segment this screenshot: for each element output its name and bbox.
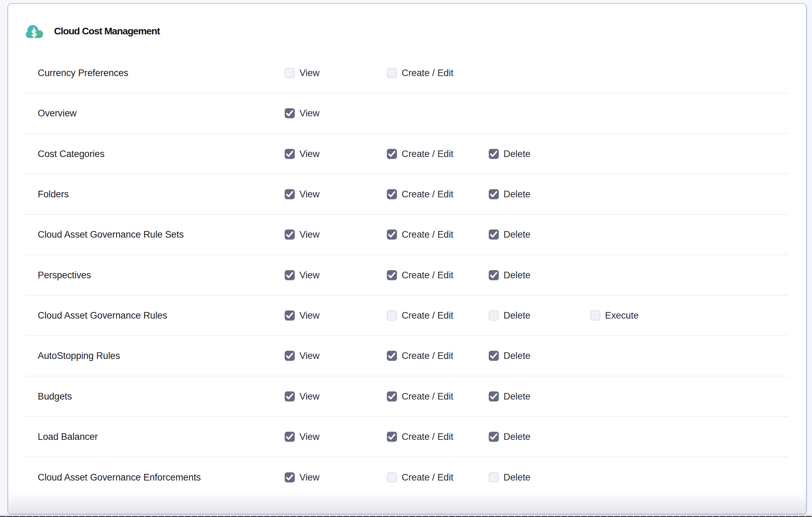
svg-text:$: $ <box>31 28 36 38</box>
